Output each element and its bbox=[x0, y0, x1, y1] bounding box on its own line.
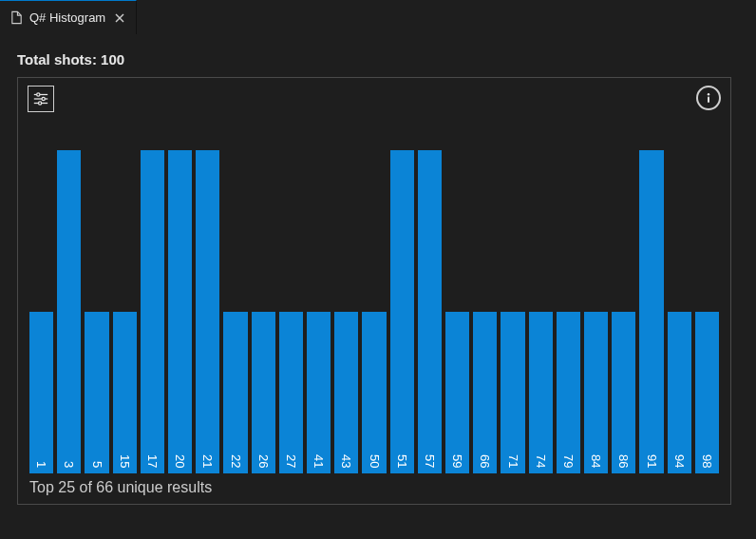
svg-point-3 bbox=[37, 93, 40, 96]
histogram-bar[interactable]: 41 bbox=[307, 312, 331, 473]
histogram-bar[interactable]: 27 bbox=[279, 312, 303, 473]
histogram-bar[interactable]: 59 bbox=[445, 312, 469, 473]
svg-point-8 bbox=[708, 93, 709, 95]
histogram-bar[interactable]: 86 bbox=[612, 312, 635, 473]
bar-label: 22 bbox=[229, 454, 243, 473]
bar-label: 59 bbox=[450, 454, 464, 473]
svg-rect-9 bbox=[708, 97, 709, 104]
histogram-bar[interactable]: 57 bbox=[418, 150, 442, 473]
bar-label: 66 bbox=[478, 454, 492, 473]
bar-label: 71 bbox=[506, 454, 520, 473]
bar-label: 86 bbox=[616, 454, 631, 473]
bar-label: 98 bbox=[700, 454, 714, 473]
bar-label: 50 bbox=[368, 454, 382, 473]
settings-sliders-icon[interactable] bbox=[28, 86, 54, 112]
histogram-bar[interactable]: 20 bbox=[168, 150, 192, 473]
total-shots-label: Total shots: 100 bbox=[17, 51, 739, 67]
bar-label: 1 bbox=[34, 461, 48, 473]
chart-panel: 1351517202122262741435051575966717479848… bbox=[17, 77, 731, 505]
histogram-bar[interactable]: 94 bbox=[668, 312, 691, 473]
bar-label: 41 bbox=[312, 454, 326, 473]
histogram-bar[interactable]: 43 bbox=[334, 312, 358, 473]
tab-title: Q# Histogram bbox=[29, 10, 105, 25]
histogram-bar[interactable]: 71 bbox=[501, 312, 524, 473]
bar-label: 51 bbox=[395, 454, 409, 473]
tab-qsharp-histogram[interactable]: Q# Histogram bbox=[0, 0, 137, 34]
results-summary: Top 25 of 66 unique results bbox=[29, 479, 719, 496]
histogram-bar[interactable]: 5 bbox=[85, 312, 108, 473]
bar-label: 3 bbox=[62, 461, 76, 473]
histogram-bars: 1351517202122262741435051575966717479848… bbox=[29, 87, 719, 475]
bar-label: 43 bbox=[339, 454, 353, 473]
histogram-bar[interactable]: 3 bbox=[57, 150, 81, 473]
histogram-bar[interactable]: 84 bbox=[584, 312, 608, 473]
histogram-bar[interactable]: 91 bbox=[639, 150, 663, 473]
bar-label: 21 bbox=[200, 454, 215, 473]
histogram-bar[interactable]: 50 bbox=[362, 312, 386, 473]
histogram-bar[interactable]: 17 bbox=[141, 150, 164, 473]
histogram-bar[interactable]: 98 bbox=[695, 312, 719, 473]
bar-label: 5 bbox=[90, 461, 104, 473]
histogram-bar[interactable]: 79 bbox=[557, 312, 580, 473]
bar-label: 27 bbox=[284, 454, 298, 473]
histogram-bar[interactable]: 1 bbox=[29, 312, 53, 473]
tab-bar: Q# Histogram bbox=[0, 0, 756, 34]
histogram-bar[interactable]: 26 bbox=[252, 312, 275, 473]
svg-point-7 bbox=[38, 102, 41, 105]
histogram-bar[interactable]: 51 bbox=[390, 150, 414, 473]
histogram-view: Total shots: 100 bbox=[0, 34, 756, 522]
bar-label: 57 bbox=[423, 454, 437, 473]
bar-label: 20 bbox=[173, 454, 187, 473]
tab-close-button[interactable] bbox=[111, 10, 128, 27]
document-icon bbox=[9, 10, 24, 25]
info-icon[interactable] bbox=[696, 86, 721, 110]
bar-label: 91 bbox=[645, 454, 659, 473]
histogram-bar[interactable]: 15 bbox=[113, 312, 137, 473]
bar-label: 84 bbox=[589, 454, 603, 473]
histogram-bar[interactable]: 21 bbox=[196, 150, 219, 473]
histogram-bar[interactable]: 22 bbox=[223, 312, 247, 473]
histogram-bar[interactable]: 66 bbox=[473, 312, 497, 473]
bar-label: 15 bbox=[118, 454, 132, 473]
bar-label: 74 bbox=[534, 454, 548, 473]
bar-label: 94 bbox=[672, 454, 687, 473]
bar-label: 79 bbox=[561, 454, 576, 473]
svg-point-5 bbox=[42, 97, 45, 100]
bar-label: 26 bbox=[256, 454, 271, 473]
bar-label: 17 bbox=[145, 454, 160, 473]
histogram-bar[interactable]: 74 bbox=[529, 312, 553, 473]
